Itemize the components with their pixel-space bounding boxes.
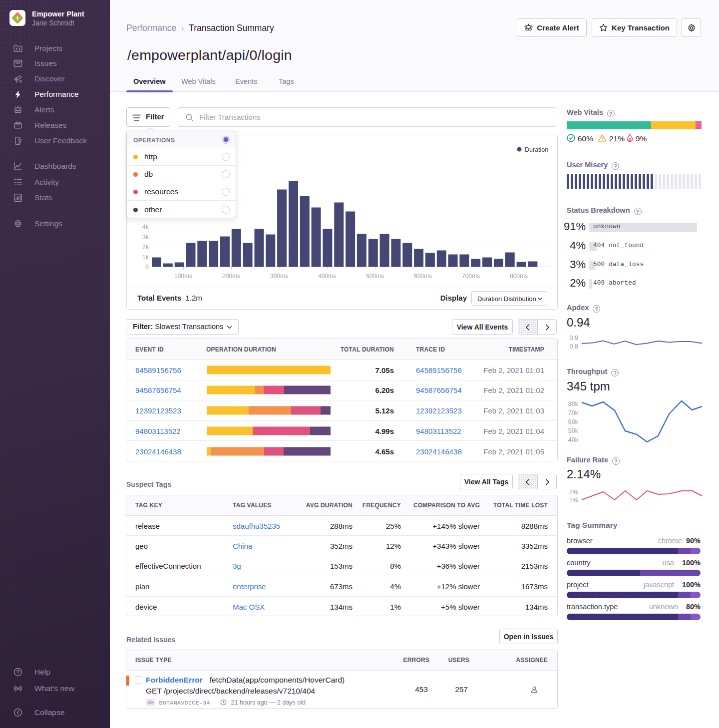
svg-text:100ms: 100ms [174,273,192,280]
svg-text:Duration: Duration [525,146,548,153]
svg-text:200ms: 200ms [222,273,240,280]
svg-text:4k: 4k [142,224,149,231]
svg-text:2k: 2k [142,244,149,251]
svg-text:3k: 3k [142,234,149,241]
svg-text:400ms: 400ms [318,273,336,280]
svg-text:500ms: 500ms [366,273,384,280]
svg-text:700ms: 700ms [462,273,480,280]
svg-text:600ms: 600ms [414,273,432,280]
svg-text:800ms: 800ms [510,273,528,280]
svg-text:0: 0 [145,264,149,271]
svg-text:1k: 1k [142,254,149,261]
svg-text:300ms: 300ms [270,273,288,280]
